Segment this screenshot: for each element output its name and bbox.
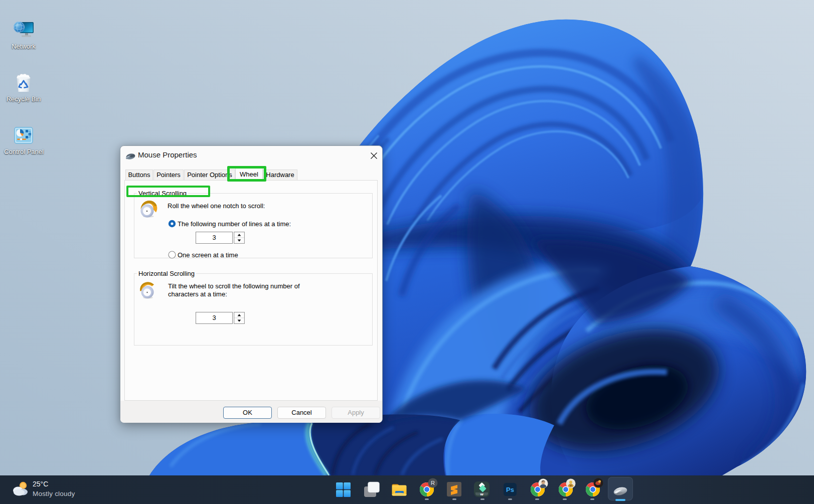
svg-text:Ps: Ps [506, 486, 514, 493]
svg-text:R: R [431, 480, 435, 486]
svg-text:w: w [479, 492, 483, 496]
